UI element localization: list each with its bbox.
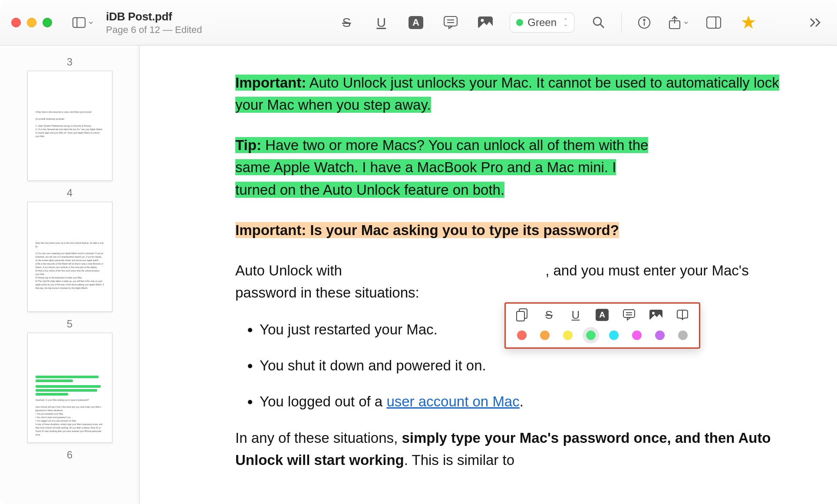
important-label: Important: <box>235 75 306 91</box>
bullet-3a: You logged out of a <box>260 393 386 409</box>
page-number-label: 3 <box>67 56 72 68</box>
minimize-window-button[interactable] <box>27 18 36 27</box>
color-purple[interactable] <box>655 331 665 340</box>
highlight-button[interactable]: A <box>405 12 426 33</box>
toolbar-divider <box>621 13 622 33</box>
color-gray[interactable] <box>678 331 688 340</box>
tip-label: Tip: <box>235 137 261 153</box>
popup-strikethrough-button[interactable]: S <box>541 308 556 322</box>
page-number-label: 5 <box>67 318 72 330</box>
bullet-3b: . <box>520 393 524 409</box>
window-controls <box>11 18 52 27</box>
search-icon <box>592 16 605 29</box>
svg-text:A: A <box>600 310 606 319</box>
svg-rect-21 <box>623 310 635 317</box>
popup-highlight-button[interactable]: A <box>595 308 610 322</box>
copy-style-button[interactable] <box>515 308 530 322</box>
tip-text-2: same Apple Watch. I have a MacBook Pro a… <box>235 159 616 175</box>
color-magenta[interactable] <box>632 331 642 340</box>
highlight-icon: A <box>409 16 423 29</box>
favorite-button[interactable] <box>738 12 759 33</box>
note-button[interactable] <box>440 12 461 33</box>
popup-note-button[interactable] <box>622 308 636 322</box>
tip-text-1: Have two or more Macs? You can unlock al… <box>261 137 648 153</box>
svg-line-10 <box>600 24 604 28</box>
underline-button[interactable]: U <box>371 12 392 33</box>
toolbar: iDB Post.pdf Page 6 of 12 — Edited S U A… <box>0 0 837 46</box>
color-red[interactable] <box>517 331 527 340</box>
document-subtitle: Page 6 of 12 — Edited <box>106 24 202 36</box>
svg-point-25 <box>652 312 655 314</box>
body-2b: . This is similar to <box>404 452 514 468</box>
markup-popup: S U A <box>504 302 700 349</box>
sidebar-toggle-button[interactable] <box>73 12 94 33</box>
color-green[interactable] <box>586 331 596 340</box>
svg-point-9 <box>593 17 601 25</box>
share-icon <box>669 16 681 29</box>
tip-text-3: turned on the Auto Unlock feature on bot… <box>235 182 504 198</box>
list-item: You logged out of a user account on Mac. <box>260 390 785 412</box>
image-button[interactable] <box>475 12 496 33</box>
list-item: You shut it down and powered it on. <box>260 354 785 376</box>
document-viewer[interactable]: Important: Auto Unlock just unlocks your… <box>140 46 837 504</box>
popup-image-button[interactable] <box>649 308 663 322</box>
underline-icon: U <box>376 15 386 30</box>
image-icon <box>478 16 493 29</box>
page-thumbnail-4[interactable]: If they have a few seconds to save, and … <box>27 71 112 181</box>
color-label: Green <box>527 16 557 29</box>
strikethrough-icon: S <box>342 15 351 30</box>
overflow-button[interactable] <box>805 12 826 33</box>
page-number-label: 6 <box>67 449 72 461</box>
page-thumbnail-5[interactable]: Note that may these even up to the Auto … <box>27 202 112 312</box>
popup-color-row <box>512 327 693 344</box>
svg-text:A: A <box>412 17 419 28</box>
color-yellow[interactable] <box>563 331 573 340</box>
markup-tools: S U A Green ⌃⌄ <box>336 12 609 33</box>
page-number-label: 4 <box>67 187 72 199</box>
user-account-link[interactable]: user account on Mac <box>386 393 519 409</box>
body-2a: In any of these situations, <box>235 430 402 446</box>
strikethrough-button[interactable]: S <box>336 12 357 33</box>
chevrons-right-icon <box>809 17 821 28</box>
svg-rect-18 <box>517 311 524 321</box>
info-icon <box>638 16 651 29</box>
popup-bookmark-button[interactable] <box>675 308 690 322</box>
dropdown-arrows-icon: ⌃⌄ <box>563 19 568 26</box>
fullscreen-window-button[interactable] <box>43 18 52 27</box>
sidebar-toggle-icon <box>72 16 86 29</box>
thumbnail-sidebar[interactable]: 3 If they have a few seconds to save, an… <box>0 46 140 504</box>
svg-point-8 <box>481 19 484 22</box>
panels-icon <box>706 16 721 29</box>
document-title: iDB Post.pdf <box>106 10 202 23</box>
body-1a: Auto Unlock with <box>235 262 342 278</box>
share-button[interactable] <box>669 12 689 33</box>
note-icon <box>444 16 458 29</box>
svg-rect-15 <box>707 17 721 28</box>
svg-point-12 <box>644 20 645 21</box>
color-swatch-icon <box>516 19 523 26</box>
color-cyan[interactable] <box>609 331 619 340</box>
svg-rect-0 <box>72 18 85 28</box>
search-button[interactable] <box>588 12 609 33</box>
svg-rect-4 <box>444 16 457 26</box>
document-title-block: iDB Post.pdf Page 6 of 12 — Edited <box>106 10 202 36</box>
popup-underline-button[interactable]: U <box>568 308 583 322</box>
highlight-color-dropdown[interactable]: Green ⌃⌄ <box>510 13 574 33</box>
important-text: Auto Unlock just unlocks your Mac. It ca… <box>235 75 779 113</box>
page-thumbnail-6[interactable]: Important: Is your Mac asking you to typ… <box>27 333 112 443</box>
close-window-button[interactable] <box>11 18 21 27</box>
panels-button[interactable] <box>703 12 724 33</box>
color-orange[interactable] <box>540 331 550 340</box>
main-area: 3 If they have a few seconds to save, an… <box>0 46 837 504</box>
page-content: Important: Auto Unlock just unlocks your… <box>140 46 837 504</box>
secondary-tools <box>634 12 759 33</box>
heading-orange: Important: Is your Mac asking you to typ… <box>235 222 619 238</box>
star-icon <box>741 16 756 29</box>
info-button[interactable] <box>634 12 655 33</box>
